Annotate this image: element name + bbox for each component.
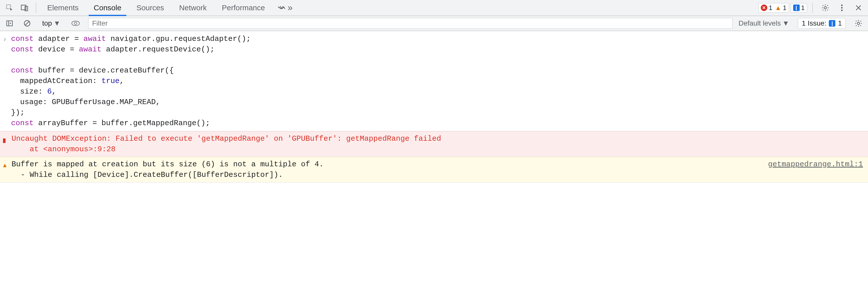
code-token: usage: GPUBufferUsage.MAP_READ, <box>11 98 160 106</box>
tab-label: Elements <box>47 3 79 12</box>
tab-label: Sources <box>136 3 164 12</box>
code-token: arrayBuffer = buffer.getMappedRange(); <box>34 119 210 127</box>
chevron-down-icon: ▼ <box>782 19 789 27</box>
panel-tabs: Elements Console Sources Network Perform… <box>40 0 298 15</box>
tab-network[interactable]: Network <box>172 0 214 15</box>
code-token: await <box>79 45 101 54</box>
kebab-menu-icon[interactable] <box>836 2 848 14</box>
close-icon[interactable] <box>852 2 865 14</box>
context-label: top <box>42 19 52 27</box>
info-icon: ❙ <box>829 20 835 27</box>
code-token: buffer = device.createBuffer({ <box>34 66 174 75</box>
warning-count[interactable]: ▲ 1 <box>775 4 786 12</box>
devtools-main-toolbar: Elements Console Sources Network Perform… <box>0 0 868 16</box>
console-input-row[interactable]: › const adapter = await navigator.gpu.re… <box>0 31 868 131</box>
tab-performance[interactable]: Performance <box>214 0 273 15</box>
message-text: Uncaught DOMException: Failed to execute… <box>11 133 863 155</box>
code-token: , <box>120 77 124 85</box>
clear-console-icon[interactable] <box>21 17 33 29</box>
tab-elements[interactable]: Elements <box>40 0 86 15</box>
svg-point-4 <box>841 4 843 6</box>
settings-gear-icon[interactable] <box>819 2 831 14</box>
console-warning-message[interactable]: ▲ Buffer is mapped at creation but its s… <box>0 157 868 182</box>
tab-console[interactable]: Console <box>86 0 129 15</box>
more-tabs-button[interactable]: » <box>273 0 298 15</box>
code-token: }); <box>11 108 25 117</box>
tab-label: Console <box>94 3 121 12</box>
log-levels-selector[interactable]: Default levels ▼ <box>735 19 793 27</box>
code-token: const <box>11 66 34 75</box>
message-counts[interactable]: ✕ 1 ▲ 1 <box>758 3 789 13</box>
code-token: device = <box>34 45 79 54</box>
svg-rect-7 <box>7 21 12 26</box>
error-count[interactable]: ✕ 1 <box>761 4 772 12</box>
svg-point-6 <box>841 9 843 11</box>
device-toolbar-icon[interactable] <box>19 2 31 14</box>
live-expression-icon[interactable] <box>69 17 82 29</box>
tab-label: Performance <box>222 3 265 12</box>
warning-icon: ▲ <box>3 159 11 171</box>
inspect-element-icon[interactable] <box>3 2 16 14</box>
code-token: adapter = <box>34 35 83 43</box>
info-icon: ❙ <box>793 4 800 11</box>
tab-label: Network <box>179 3 207 12</box>
separator <box>812 3 813 13</box>
message-source-link[interactable]: getmappedrange.html:1 <box>768 159 863 170</box>
error-icon: ✕ <box>3 133 11 145</box>
code-token: const <box>11 45 34 54</box>
toolbar-right: ✕ 1 ▲ 1 ❙ 1 <box>758 2 866 14</box>
code-token: adapter.requestDevice(); <box>101 45 215 54</box>
code-token: const <box>11 119 34 127</box>
code-token: , <box>52 87 56 96</box>
console-code: const adapter = await navigator.gpu.requ… <box>11 34 863 128</box>
code-token: 6 <box>47 87 52 96</box>
count-value: 1 <box>769 4 772 12</box>
warning-icon: ▲ <box>775 4 781 12</box>
execution-context-selector[interactable]: top ▼ <box>40 19 63 27</box>
issues-label: 1 Issue: <box>802 19 826 27</box>
code-token: navigator.gpu.requestAdapter(); <box>106 35 251 43</box>
separator <box>36 3 36 13</box>
message-text: Buffer is mapped at creation but its siz… <box>11 159 763 180</box>
toggle-sidebar-icon[interactable] <box>3 17 16 29</box>
issues-button[interactable]: 1 Issue: ❙ 1 <box>798 18 846 29</box>
code-token: size: <box>11 87 47 96</box>
svg-point-11 <box>74 22 77 25</box>
svg-point-5 <box>841 7 843 8</box>
svg-point-3 <box>824 6 826 9</box>
tab-sources[interactable]: Sources <box>129 0 172 15</box>
console-settings-gear-icon[interactable] <box>852 17 865 29</box>
info-count[interactable]: ❙ 1 <box>793 4 805 12</box>
console-error-message[interactable]: ✕ Uncaught DOMException: Failed to execu… <box>0 131 868 157</box>
filter-input[interactable] <box>88 18 733 29</box>
chevron-down-icon: ▼ <box>54 19 61 27</box>
levels-label: Default levels <box>739 19 781 27</box>
prompt-icon: › <box>2 34 11 128</box>
end-divider <box>0 182 868 182</box>
code-token: mappedAtCreation: <box>11 77 101 85</box>
info-count-group[interactable]: ❙ 1 <box>790 3 807 13</box>
code-token: true <box>101 77 120 85</box>
svg-rect-2 <box>25 6 28 11</box>
error-icon: ✕ <box>761 4 767 11</box>
count-value: 1 <box>801 4 805 12</box>
console-toolbar: top ▼ Default levels ▼ 1 Issue: ❙ 1 <box>0 16 868 31</box>
svg-point-12 <box>857 22 860 24</box>
issues-count: 1 <box>838 19 842 27</box>
count-value: 1 <box>783 4 786 12</box>
svg-line-10 <box>25 22 29 25</box>
code-token: const <box>11 35 34 43</box>
code-token: await <box>83 35 106 43</box>
